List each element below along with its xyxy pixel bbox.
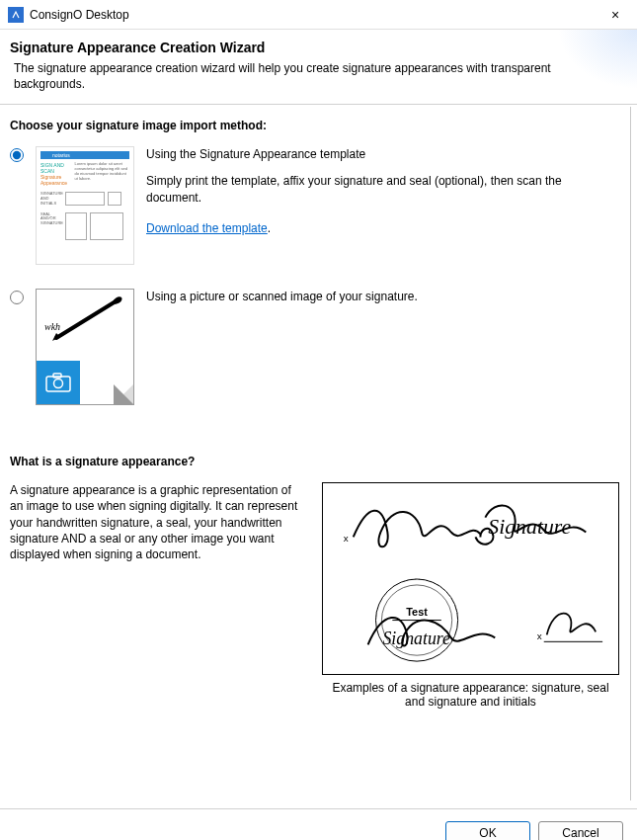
close-button[interactable]: × [599,4,631,26]
wizard-content: Choose your signature image import metho… [0,105,637,808]
svg-text:Signature: Signature [488,516,571,540]
app-icon [8,7,24,23]
ok-button[interactable]: OK [445,821,530,840]
example-caption: Examples of a signature appearance: sign… [322,681,619,709]
svg-text:Signature: Signature [382,629,450,648]
what-is-heading: What is a signature appearance? [10,455,619,468]
svg-text:x: x [537,631,542,642]
wizard-header: Signature Appearance Creation Wizard The… [0,30,637,105]
camera-icon [37,361,80,404]
option-template-desc: Simply print the template, affix your si… [146,173,619,207]
what-is-body: A signature appearance is a graphic repr… [10,482,306,562]
svg-line-1 [56,301,116,338]
option-picture-title: Using a picture or scanned image of your… [146,289,619,305]
svg-text:x: x [344,534,349,545]
cancel-button[interactable]: Cancel [538,821,623,840]
titlebar: ConsignO Desktop × [0,0,637,30]
option-picture[interactable]: wkh Using a picture or scanned image of … [10,289,619,405]
svg-point-6 [54,379,63,388]
svg-rect-5 [53,374,61,378]
signature-example-image: x Signature Test Signature x [322,482,619,675]
window-title: ConsignO Desktop [30,8,129,22]
choose-method-label: Choose your signature image import metho… [10,119,619,132]
template-thumbnail: notarius SIGN AND SCAN Signature Appeara… [36,146,134,265]
radio-template[interactable] [10,148,24,162]
svg-text:Test: Test [406,606,428,618]
radio-picture[interactable] [10,291,24,304]
scrollbar[interactable] [630,107,631,800]
close-icon: × [611,7,619,23]
option-template-title: Using the Signature Appearance template [146,146,619,163]
download-template-link[interactable]: Download the template [146,221,268,235]
wizard-title: Signature Appearance Creation Wizard [10,40,625,55]
wizard-subtitle: The signature appearance creation wizard… [10,61,625,92]
option-template[interactable]: notarius SIGN AND SCAN Signature Appeara… [10,146,619,265]
picture-thumbnail: wkh [36,289,134,405]
footer: OK Cancel [0,808,637,840]
